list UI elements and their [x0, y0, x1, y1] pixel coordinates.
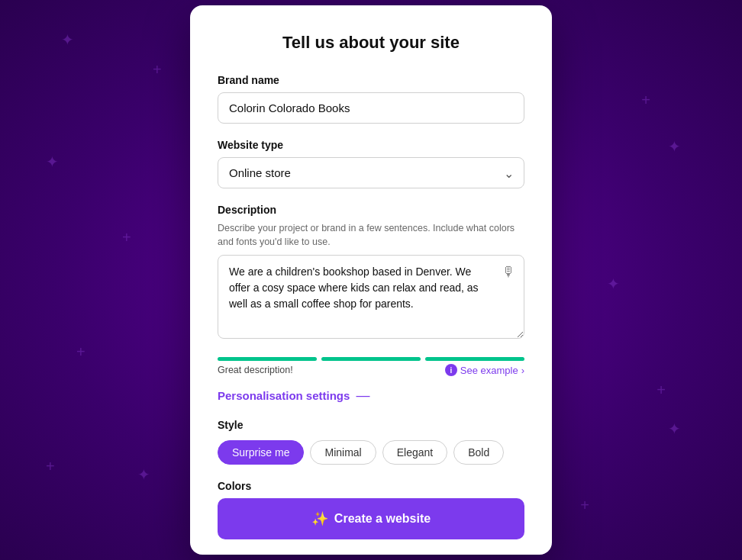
website-type-group: Website type Online storeBlogPortfolioLa… — [218, 139, 524, 188]
create-website-button[interactable]: ✨ Create a website — [218, 498, 524, 539]
bg-decoration-8: + — [76, 343, 85, 361]
bg-decoration-2: + — [153, 61, 162, 79]
description-hint: Describe your project or brand in a few … — [218, 222, 524, 249]
main-modal: Tell us about your site Brand name Websi… — [190, 5, 552, 555]
brand-name-input[interactable] — [218, 92, 524, 124]
quality-bar-2 — [321, 357, 421, 361]
bg-decoration-4: ✦ — [46, 153, 59, 171]
collapse-icon: — — [356, 388, 369, 402]
brand-name-label: Brand name — [218, 74, 524, 86]
sparkle-icon: ✨ — [311, 510, 328, 527]
see-example-link[interactable]: i See example › — [445, 364, 524, 376]
quality-bar-1 — [218, 357, 317, 361]
style-chip-elegant[interactable]: Elegant — [382, 440, 447, 465]
brand-name-group: Brand name — [218, 74, 524, 124]
quality-bar-3 — [425, 357, 524, 361]
bg-decoration-5: + — [122, 229, 131, 246]
quality-row: Great description! i See example › — [218, 364, 524, 376]
bg-decoration-9: + — [657, 381, 666, 399]
description-label: Description — [218, 204, 524, 216]
description-textarea-wrapper: 🎙 — [218, 255, 524, 342]
personalisation-label: Personalisation settings — [218, 389, 350, 402]
create-button-label: Create a website — [334, 512, 431, 526]
website-type-select-wrapper: Online storeBlogPortfolioLanding pageE-c… — [218, 157, 524, 188]
description-textarea[interactable] — [218, 255, 524, 339]
bg-decoration-6: ✦ — [668, 137, 681, 156]
quality-text: Great description! — [218, 365, 293, 375]
bg-decoration-12: ✦ — [668, 420, 681, 438]
bg-decoration-3: + — [641, 92, 650, 109]
bg-decoration-11: + — [580, 497, 589, 514]
style-chip-bold[interactable]: Bold — [453, 440, 504, 465]
bg-decoration-1: ✦ — [61, 31, 74, 49]
website-type-select[interactable]: Online storeBlogPortfolioLanding pageE-c… — [218, 157, 524, 188]
style-chip-minimal[interactable]: Minimal — [310, 440, 376, 465]
see-example-label: See example — [460, 365, 518, 376]
bg-decoration-10: ✦ — [137, 465, 150, 484]
bg-decoration-7: ✦ — [607, 275, 620, 293]
description-group: Description Describe your project or bra… — [218, 204, 524, 342]
colors-label: Colors — [218, 480, 524, 492]
style-section: Style Surprise me Minimal Elegant Bold — [218, 419, 524, 465]
microphone-icon[interactable]: 🎙 — [502, 264, 515, 280]
chevron-right-icon: › — [521, 365, 524, 376]
style-label: Style — [218, 419, 524, 431]
info-icon: i — [445, 364, 457, 376]
website-type-label: Website type — [218, 139, 524, 151]
modal-title: Tell us about your site — [218, 33, 524, 53]
personalisation-toggle[interactable]: Personalisation settings — — [218, 388, 524, 402]
style-chip-surprise[interactable]: Surprise me — [218, 440, 304, 465]
quality-bars — [218, 357, 524, 361]
bg-decoration-13: + — [46, 458, 55, 475]
style-options: Surprise me Minimal Elegant Bold — [218, 440, 524, 465]
